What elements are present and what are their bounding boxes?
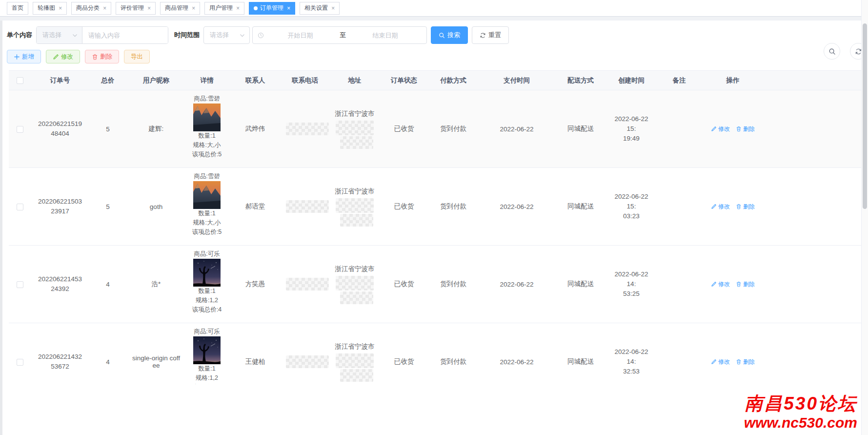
column-header: 支付时间 <box>480 71 553 90</box>
row-edit-link[interactable]: 修改 <box>711 358 730 366</box>
time-type-select[interactable]: 请选择 <box>203 26 250 44</box>
close-icon[interactable]: × <box>287 5 290 11</box>
detail-spec: 规格:1,2 <box>187 296 226 305</box>
filter-bar: 单个内容 请选择 时间范围 请选择 至 搜索 重置 <box>0 21 868 44</box>
row-checkbox[interactable] <box>17 204 23 210</box>
detail-quantity: 数量:1 <box>187 364 226 373</box>
close-icon[interactable]: × <box>331 5 335 11</box>
order-status-cell: 已收货 <box>382 246 426 323</box>
refresh-icon <box>480 32 486 39</box>
phone-cell <box>282 168 328 246</box>
tab-0[interactable]: 首页 <box>7 2 28 15</box>
vertical-scrollbar[interactable] <box>861 0 868 435</box>
search-icon <box>828 48 836 55</box>
tab-3[interactable]: 评价管理× <box>116 2 156 15</box>
close-icon[interactable]: × <box>103 5 106 11</box>
order-table-row[interactable]: 202206221503 23917 5 goth 商品:雪碧 <box>9 168 861 246</box>
tab-7[interactable]: 相关设置× <box>300 2 340 15</box>
table-toolbar: 新增 修改 删除 导出 <box>0 44 868 63</box>
address-redacted <box>340 214 373 227</box>
row-delete-link[interactable]: 删除 <box>736 125 755 133</box>
add-button[interactable]: 新增 <box>7 50 41 63</box>
payment-method-cell: 货到付款 <box>426 168 480 246</box>
delivery-method-cell: 同城配送 <box>553 168 608 246</box>
row-checkbox[interactable] <box>17 281 23 288</box>
address-cell: 浙江省宁波市 <box>328 90 382 168</box>
close-icon[interactable]: × <box>192 5 195 11</box>
order-status-cell: 已收货 <box>382 168 426 246</box>
export-button[interactable]: 导出 <box>124 50 150 63</box>
address-cell: 浙江省宁波市 <box>328 246 382 323</box>
search-icon <box>439 32 445 39</box>
date-range-picker[interactable]: 至 <box>252 26 427 44</box>
order-no-cell: 202206221519 48404 <box>31 90 89 168</box>
address-city: 浙江省宁波市 <box>332 109 378 119</box>
tab-2[interactable]: 商品分类× <box>71 2 111 15</box>
order-status-cell: 已收货 <box>382 90 426 168</box>
address-redacted <box>336 276 374 290</box>
address-cell: 浙江省宁波市 <box>328 168 382 246</box>
start-date-input[interactable] <box>264 32 337 39</box>
address-redacted <box>336 198 374 213</box>
tab-label: 相关设置 <box>304 4 328 12</box>
close-icon[interactable]: × <box>59 5 62 11</box>
active-dot-icon <box>254 6 258 10</box>
filler-header <box>762 71 861 90</box>
reset-button[interactable]: 重置 <box>472 26 509 44</box>
detail-product: 商品:雪碧 <box>187 172 226 181</box>
row-edit-link[interactable]: 修改 <box>711 280 730 289</box>
payment-method-cell: 货到付款 <box>426 90 480 168</box>
row-delete-link[interactable]: 删除 <box>736 358 755 366</box>
select-all-checkbox[interactable] <box>17 77 23 84</box>
keyword-input[interactable] <box>82 27 168 43</box>
tab-1[interactable]: 轮播图× <box>33 2 67 15</box>
created-time-cell: 2022-06-22 14: 53:25 <box>608 246 655 323</box>
detail-item-total: 该项总价:5 <box>187 228 226 237</box>
delete-button[interactable]: 删除 <box>85 50 119 63</box>
tab-label: 评价管理 <box>121 4 144 12</box>
order-no-cell: 202206221503 23917 <box>31 168 89 246</box>
order-table-row[interactable]: 202206221519 48404 5 建辉: 商品:雪碧 <box>9 90 861 168</box>
trash-icon <box>92 54 98 60</box>
scrollbar-thumb[interactable] <box>863 23 867 209</box>
remark-cell <box>655 246 704 323</box>
end-date-input[interactable] <box>349 32 422 39</box>
column-header: 地址 <box>328 71 382 90</box>
keyword-filter-label: 单个内容 <box>7 31 32 40</box>
detail-product: 商品:可乐 <box>187 249 226 259</box>
row-checkbox[interactable] <box>17 126 23 133</box>
row-checkbox[interactable] <box>17 359 23 366</box>
column-header: 配送方式 <box>553 71 608 90</box>
joshua-tree-night-image <box>193 336 221 364</box>
edit-button[interactable]: 修改 <box>46 50 80 63</box>
column-header: 联系电话 <box>282 71 328 90</box>
close-icon[interactable]: × <box>236 5 240 11</box>
product-image <box>193 336 221 364</box>
column-header: 总价 <box>89 71 127 90</box>
address-redacted <box>340 291 373 304</box>
row-edit-link[interactable]: 修改 <box>711 125 730 133</box>
tab-4[interactable]: 商品管理× <box>160 2 200 15</box>
tab-5[interactable]: 用户管理× <box>204 2 244 15</box>
tab-6-active[interactable]: 订单管理× <box>249 2 295 15</box>
row-delete-link[interactable]: 删除 <box>736 203 755 211</box>
order-table-row[interactable]: 202206221453 24392 4 浩* 商品:可乐 <box>9 246 861 323</box>
trash-icon <box>736 359 742 365</box>
row-delete-link[interactable]: 删除 <box>736 280 755 289</box>
detail-quantity: 数量:1 <box>187 287 226 296</box>
table-search-toggle-button[interactable] <box>824 43 840 60</box>
search-button[interactable]: 搜索 <box>431 26 468 44</box>
filler-cell <box>762 90 861 168</box>
detail-cell: 商品:雪碧 <box>185 168 228 246</box>
delivery-method-cell: 同城配送 <box>553 246 608 323</box>
contact-cell: 郝语堂 <box>228 168 282 246</box>
close-icon[interactable]: × <box>147 5 151 11</box>
actions-cell: 修改 删除 <box>704 168 762 246</box>
column-header: 操作 <box>704 71 762 90</box>
row-edit-link[interactable]: 修改 <box>711 203 730 211</box>
phone-redacted <box>286 123 329 135</box>
keyword-field-select[interactable]: 请选择 <box>37 27 82 43</box>
pen-icon <box>53 54 59 60</box>
total-price-cell: 4 <box>89 246 127 323</box>
column-header: 联系人 <box>228 71 282 90</box>
